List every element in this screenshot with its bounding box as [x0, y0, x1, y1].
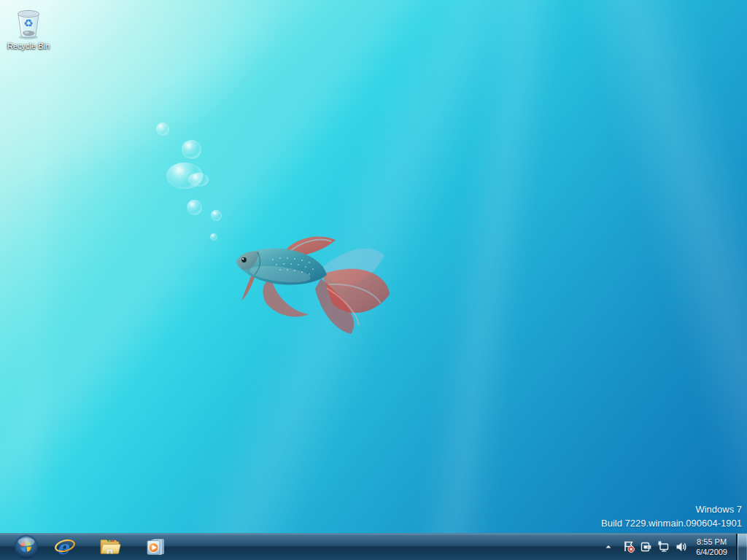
betta-fish-illustration	[219, 219, 394, 343]
folder-icon	[99, 537, 121, 556]
taskbar-button-windows-explorer[interactable]	[99, 536, 121, 558]
taskbar: e	[0, 533, 747, 560]
media-player-icon	[144, 537, 166, 557]
desktop-icon-label: Recycle Bin	[4, 42, 53, 51]
taskbar-button-internet-explorer[interactable]: e	[54, 536, 76, 558]
speaker-icon	[675, 540, 688, 553]
bubble	[187, 200, 202, 215]
internet-explorer-icon: e	[54, 536, 76, 558]
taskbar-button-media-player[interactable]	[144, 536, 166, 558]
bubble	[156, 122, 169, 136]
show-desktop-button[interactable]	[736, 534, 747, 560]
notification-area: 8:55 PM 6/4/2009	[600, 534, 747, 560]
start-button[interactable]	[14, 534, 39, 559]
svg-text:♻: ♻	[23, 17, 33, 30]
power-status-button[interactable]	[639, 540, 654, 554]
bubble	[188, 173, 209, 187]
recycle-bin-icon: ♻	[12, 6, 45, 41]
wallpaper: ♻ Recycle Bin Windows 7 Build 7229.winma…	[0, 0, 747, 560]
watermark-line2: Build 7229.winmain.090604-1901	[601, 516, 742, 530]
build-watermark: Windows 7 Build 7229.winmain.090604-1901	[601, 502, 742, 530]
desktop-icon-recycle-bin[interactable]: ♻ Recycle Bin	[4, 6, 53, 51]
power-plug-icon	[640, 540, 653, 553]
flag-error-icon	[622, 540, 635, 553]
chevron-up-icon	[604, 542, 613, 551]
watermark-line1: Windows 7	[601, 502, 742, 516]
taskbar-clock[interactable]: 8:55 PM 6/4/2009	[696, 537, 727, 557]
bubble	[210, 233, 217, 241]
bubble	[182, 140, 201, 159]
show-hidden-icons-button[interactable]	[601, 540, 616, 554]
windows-start-orb-icon	[14, 534, 39, 559]
clock-time: 8:55 PM	[696, 537, 727, 547]
clock-date: 6/4/2009	[696, 547, 727, 557]
network-status-button[interactable]	[657, 540, 671, 554]
volume-button[interactable]	[674, 540, 689, 554]
action-center-button[interactable]	[622, 540, 636, 554]
desktop: ♻ Recycle Bin Windows 7 Build 7229.winma…	[0, 0, 747, 560]
wired-network-icon	[657, 540, 670, 553]
